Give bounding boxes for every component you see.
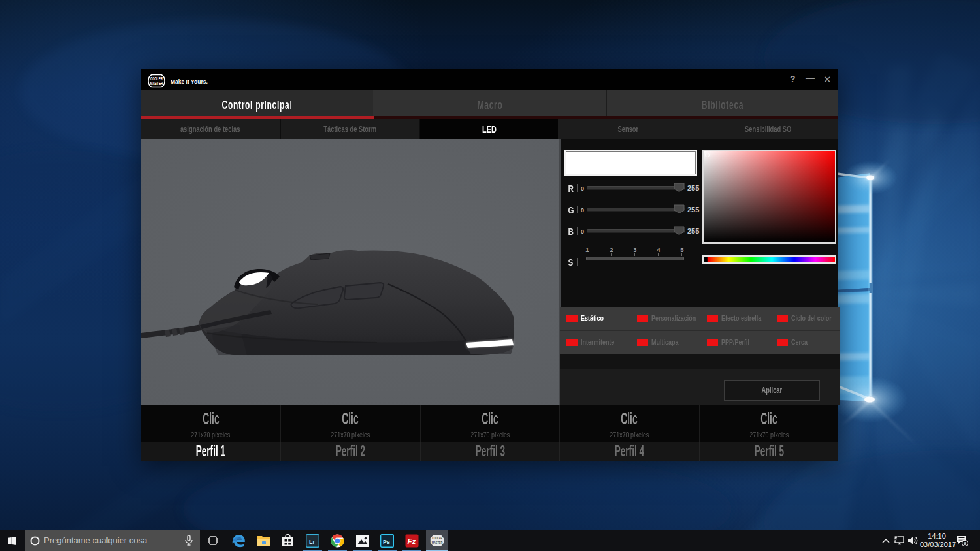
svg-text:COOLER: COOLER [150,76,163,81]
svg-text:MASTER: MASTER [432,541,443,544]
svg-text:8: 8 [964,541,966,546]
svg-text:MASTER: MASTER [150,81,163,86]
svg-text:Lr: Lr [309,539,315,545]
svg-text:Ps: Ps [383,539,390,545]
svg-text:COOLER: COOLER [432,536,442,540]
svg-text:Fz: Fz [407,537,416,545]
